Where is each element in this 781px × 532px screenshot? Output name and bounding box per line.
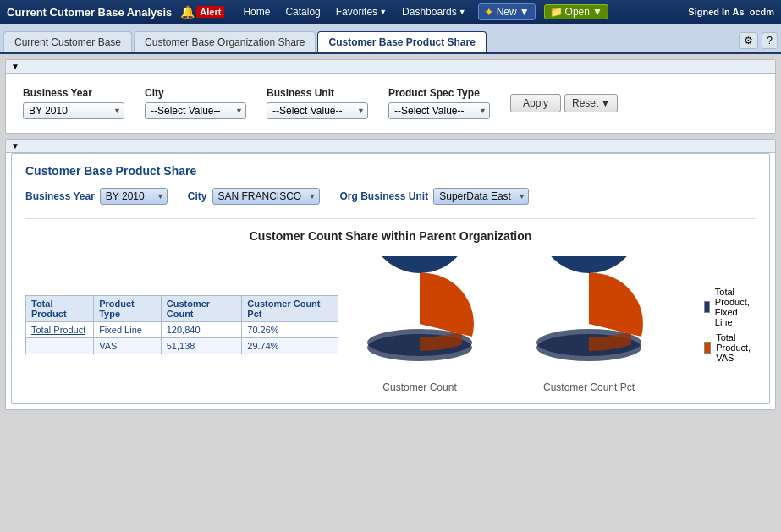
app-title: Current Cutomer Base Analysis: [7, 6, 172, 19]
nav-home[interactable]: Home: [236, 4, 277, 19]
business-unit-filter: Business Unit --Select Value-- ▼: [267, 87, 368, 119]
table-row: VAS 51,138 29.74%: [26, 338, 338, 354]
dashboards-arrow-icon: ▼: [459, 8, 466, 16]
col-header-customer-count: Customer Count: [161, 296, 242, 322]
chart-area: Total Product Product Type Customer Coun…: [25, 256, 756, 393]
inline-city: City SAN FRANCISCO ▼: [188, 188, 320, 205]
reset-arrow-icon: ▼: [600, 97, 610, 109]
inline-by-select[interactable]: BY 2010: [100, 188, 168, 205]
alert-label[interactable]: Alert: [196, 6, 224, 18]
nav-bar: Current Cutomer Base Analysis 🔔 Alert Ho…: [0, 0, 781, 24]
toggle-icon: ▼: [11, 62, 19, 71]
inline-by-label: Business Year: [25, 190, 95, 202]
content-section-toggle[interactable]: ▼: [6, 140, 775, 153]
legend-box-vas: [704, 342, 711, 354]
charts-container: Customer Count Customer Count Pct: [352, 256, 756, 393]
legend-label-fixed-line: Total Product, Fixed Line: [715, 287, 756, 327]
customer-count-cell-1: 120,840: [161, 322, 242, 338]
business-unit-select[interactable]: --Select Value--: [267, 102, 368, 119]
pie-chart-2: Customer Count Pct: [521, 256, 657, 393]
table-row: Total Product Fixed Line 120,840 70.26%: [26, 322, 338, 338]
customer-count-cell-2: 51,138: [161, 338, 242, 354]
tab-current-customer-base[interactable]: Current Customer Base: [3, 31, 132, 52]
new-star-icon: ✦: [484, 5, 494, 19]
pie-chart-2-label: Customer Count Pct: [543, 381, 635, 393]
pie-svg-1: [352, 256, 487, 375]
business-year-select-wrapper: BY 2010 ▼: [23, 102, 124, 119]
total-product-cell-1[interactable]: Total Product: [26, 322, 94, 338]
business-year-filter: Business Year BY 2010 ▼: [23, 87, 124, 119]
tabs-bar: Current Customer Base Customer Base Orga…: [0, 24, 781, 54]
open-arrow-icon: ▼: [592, 6, 602, 18]
city-label: City: [145, 87, 246, 99]
inline-city-label: City: [188, 190, 207, 202]
tab-help-icon[interactable]: ?: [762, 32, 778, 49]
tab-product-share[interactable]: Customer Base Product Share: [317, 31, 486, 52]
filter-section-toggle[interactable]: ▼: [6, 60, 775, 74]
inline-city-select-wrapper: SAN FRANCISCO ▼: [212, 188, 320, 205]
filter-row: Business Year BY 2010 ▼ City --Select Va…: [23, 87, 758, 119]
city-filter: City --Select Value-- ▼: [145, 87, 246, 119]
customer-count-pct-cell-1: 70.26%: [242, 322, 338, 338]
pie-svg-2: [521, 256, 657, 375]
legend-item-vas: Total Product, VAS: [704, 332, 756, 363]
signed-in-area: Signed In As ocdm: [688, 7, 774, 17]
tab-settings-icon[interactable]: ⚙: [739, 32, 758, 49]
total-product-cell-2: [26, 338, 94, 354]
customer-count-pct-cell-2: 29.74%: [242, 338, 338, 354]
content-title: Customer Base Product Share: [25, 164, 756, 178]
nav-favorites[interactable]: Favorites ▼: [329, 4, 393, 19]
product-type-cell-1: Fixed Line: [94, 322, 162, 338]
city-select-wrapper: --Select Value-- ▼: [145, 102, 246, 119]
pie-chart-1: Customer Count: [352, 256, 487, 393]
business-unit-select-wrapper: --Select Value-- ▼: [267, 102, 368, 119]
product-spec-label: Product Spec Type: [388, 87, 490, 99]
data-table: Total Product Product Type Customer Coun…: [25, 295, 338, 354]
product-spec-filter: Product Spec Type --Select Value-- ▼: [388, 87, 490, 119]
product-spec-select-wrapper: --Select Value-- ▼: [388, 102, 490, 119]
main-content-section: ▼ Customer Base Product Share Business Y…: [5, 139, 776, 410]
legend: Total Product, Fixed Line Total Product,…: [704, 287, 756, 363]
business-unit-label: Business Unit: [267, 87, 368, 99]
inline-org-unit: Org Business Unit SuperData East ▼: [340, 188, 530, 205]
nav-links: Home Catalog Favorites ▼ Dashboards ▼ ✦ …: [236, 3, 611, 20]
business-year-select[interactable]: BY 2010: [23, 102, 124, 119]
content-area: Customer Base Product Share Business Yea…: [11, 153, 770, 404]
legend-box-fixed-line: [704, 301, 710, 313]
inline-city-select[interactable]: SAN FRANCISCO: [212, 188, 320, 205]
nav-open-button[interactable]: 📁 Open ▼: [544, 4, 608, 19]
apply-button[interactable]: Apply: [510, 94, 561, 112]
product-type-cell-2: VAS: [94, 338, 162, 354]
filter-section: ▼ Business Year BY 2010 ▼ City --Select …: [5, 59, 776, 134]
inline-filters: Business Year BY 2010 ▼ City SAN FRANCIS…: [25, 188, 756, 205]
business-year-label: Business Year: [23, 87, 124, 99]
reset-button[interactable]: Reset ▼: [564, 94, 618, 112]
tab-icons-area: ⚙ ?: [739, 32, 778, 52]
chart-title: Customer Count Share within Parent Organ…: [25, 218, 756, 243]
tab-org-share[interactable]: Customer Base Organization Share: [134, 31, 316, 52]
nav-catalog[interactable]: Catalog: [278, 4, 327, 19]
alert-bell-icon: 🔔: [180, 5, 195, 19]
alert-area: 🔔 Alert: [180, 5, 231, 19]
inline-org-label: Org Business Unit: [340, 190, 429, 202]
legend-label-vas: Total Product, VAS: [716, 332, 756, 363]
inline-org-select-wrapper: SuperData East ▼: [433, 188, 529, 205]
nav-dashboards[interactable]: Dashboards ▼: [395, 4, 473, 19]
filter-buttons: Apply Reset ▼: [510, 94, 618, 112]
pie-chart-1-label: Customer Count: [382, 381, 456, 393]
folder-icon: 📁: [550, 6, 563, 18]
favorites-arrow-icon: ▼: [379, 8, 387, 16]
nav-new-button[interactable]: ✦ New ▼: [478, 3, 536, 20]
filter-area: Business Year BY 2010 ▼ City --Select Va…: [6, 74, 775, 133]
content-toggle-icon: ▼: [11, 141, 19, 151]
legend-item-fixed-line: Total Product, Fixed Line: [704, 287, 756, 327]
inline-business-year: Business Year BY 2010 ▼: [25, 188, 168, 205]
inline-by-select-wrapper: BY 2010 ▼: [100, 188, 168, 205]
new-arrow-icon: ▼: [520, 6, 530, 18]
product-spec-select[interactable]: --Select Value--: [388, 102, 490, 119]
col-header-customer-count-pct: Customer Count Pct: [242, 296, 338, 322]
inline-org-select[interactable]: SuperData East: [433, 188, 529, 205]
col-header-total-product: Total Product: [26, 296, 94, 322]
col-header-product-type: Product Type: [94, 296, 162, 322]
city-select[interactable]: --Select Value--: [145, 102, 246, 119]
